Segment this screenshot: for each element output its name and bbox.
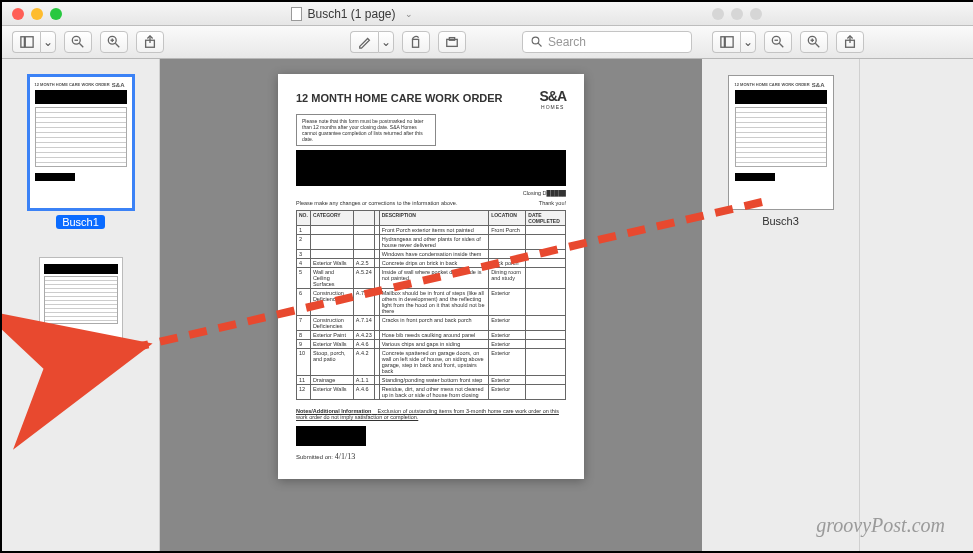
close-icon[interactable] [712, 8, 724, 20]
share-button[interactable] [136, 31, 164, 53]
toolbox-button[interactable] [438, 31, 466, 53]
toolbar-2: ⌄ [702, 26, 973, 59]
notes-section: Notes/Additional Information Exclusion o… [296, 408, 566, 420]
thumbnail-item[interactable]: 12 MONTH HOME CARE WORK ORDERS&A Busch1 [28, 75, 134, 229]
view-mode-button[interactable] [12, 31, 40, 53]
zoom-icon[interactable] [750, 8, 762, 20]
document-page: 12 MONTH HOME CARE WORK ORDER S&AHOMES P… [278, 74, 584, 479]
window-title: Busch1 (1 page)⌄ [2, 7, 702, 21]
svg-rect-17 [725, 37, 733, 48]
thumbnail-sidebar: 12 MONTH HOME CARE WORK ORDERS&A Busch1 … [2, 59, 160, 551]
view-dropdown[interactable]: ⌄ [740, 31, 756, 53]
titlebar-2[interactable] [702, 2, 973, 26]
search-input[interactable]: Search [522, 31, 692, 53]
svg-line-6 [115, 43, 119, 47]
redacted-signature [296, 426, 366, 446]
window-preview-2: ⌄ 12 MONTH HOME CARE WORK ORDERS&A Busch… [702, 2, 973, 551]
markup-dropdown[interactable]: ⌄ [378, 31, 394, 53]
titlebar[interactable]: Busch1 (1 page)⌄ [2, 2, 702, 26]
note-box: Please note that this form must be postm… [296, 114, 436, 146]
svg-line-22 [815, 43, 819, 47]
watermark: groovyPost.com [816, 514, 945, 537]
zoom-out-button[interactable] [64, 31, 92, 53]
svg-rect-0 [20, 37, 24, 48]
zoom-in-button[interactable] [800, 31, 828, 53]
chevron-down-icon[interactable]: ⌄ [405, 9, 413, 19]
thumbnail-item-drag[interactable]: Busch3 [39, 257, 123, 379]
svg-rect-16 [720, 37, 724, 48]
document-view[interactable]: 12 MONTH HOME CARE WORK ORDER S&AHOMES P… [160, 59, 702, 551]
svg-line-19 [779, 43, 783, 47]
thumbnail-item[interactable]: 12 MONTH HOME CARE WORK ORDERS&A Busch3 [728, 75, 834, 227]
zoom-out-button[interactable] [764, 31, 792, 53]
search-icon [531, 36, 543, 48]
markup-button[interactable] [350, 31, 378, 53]
toolbar: ⌄ ⌄ Search [2, 26, 702, 59]
minimize-icon[interactable] [731, 8, 743, 20]
view-dropdown[interactable]: ⌄ [40, 31, 56, 53]
work-order-table: NO.CATEGORYDESCRIPTIONLOCATIONDATE COMPL… [296, 210, 566, 400]
thumbnail-sidebar-2: 12 MONTH HOME CARE WORK ORDERS&A Busch3 [702, 59, 860, 551]
svg-point-14 [532, 37, 539, 44]
svg-line-15 [538, 43, 541, 46]
document-icon [291, 7, 302, 21]
window-preview-1: Busch1 (1 page)⌄ ⌄ ⌄ Search [2, 2, 702, 551]
view-mode-button[interactable] [712, 31, 740, 53]
zoom-in-button[interactable] [100, 31, 128, 53]
svg-line-3 [79, 43, 83, 47]
svg-rect-11 [413, 39, 419, 47]
doc-title: 12 MONTH HOME CARE WORK ORDER [296, 92, 566, 104]
redacted-block [296, 150, 566, 186]
rotate-button[interactable] [402, 31, 430, 53]
share-button[interactable] [836, 31, 864, 53]
logo: S&AHOMES [539, 88, 566, 110]
document-view-2[interactable] [860, 59, 973, 551]
svg-rect-1 [25, 37, 33, 48]
